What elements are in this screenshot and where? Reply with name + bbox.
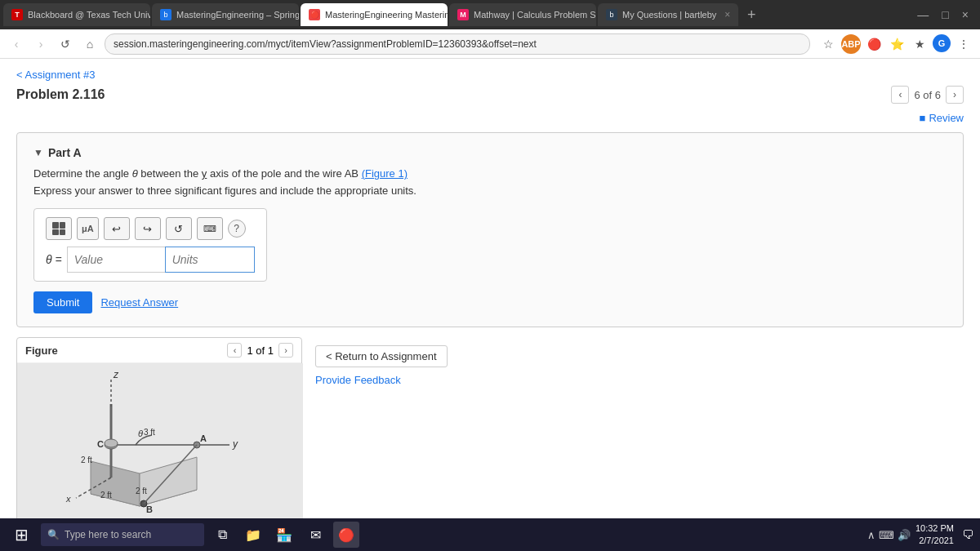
mu-tool-button[interactable]: μΑ: [77, 217, 99, 240]
answer-input-row: θ =: [46, 247, 255, 273]
taskbar-store[interactable]: 🏪: [271, 522, 297, 548]
tab-mastering1-label: MasteringEngineering – Spring 2: [176, 10, 299, 20]
refresh-button[interactable]: ↺: [166, 217, 192, 240]
prev-problem-button[interactable]: ‹: [891, 86, 909, 104]
close-button[interactable]: ×: [957, 7, 973, 23]
abp-icon[interactable]: ABP: [841, 34, 861, 54]
taskbar-chrome[interactable]: 🔴: [333, 522, 359, 548]
tab-bartleby-close[interactable]: ×: [724, 9, 730, 20]
value-input[interactable]: [67, 247, 165, 273]
button-row: Submit Request Answer: [33, 291, 947, 313]
figure-image: z y C A B: [17, 363, 301, 518]
new-tab-button[interactable]: +: [740, 3, 763, 26]
start-button[interactable]: ⊞: [7, 520, 36, 549]
answer-box: μΑ ↩ ↪ ↺ ⌨ ? θ =: [33, 208, 267, 282]
problem-description: Determine the angle θ between the y axis…: [33, 167, 947, 180]
figure-panel: Figure ‹ 1 of 1 ›: [16, 337, 302, 518]
review-label: Review: [929, 112, 964, 124]
units-input[interactable]: [165, 247, 255, 273]
tab-mastering1[interactable]: b MasteringEngineering – Spring 2 ×: [152, 3, 299, 26]
page-content: < Assignment #3 Problem 2.116 ‹ 6 of 6 ›…: [0, 59, 980, 518]
menu-icon[interactable]: ⋮: [954, 34, 973, 54]
tab-mastering2[interactable]: 🔴 MasteringEngineering Mastering ×: [301, 3, 448, 26]
taskbar-time: 10:32 PM 2/7/2021: [915, 522, 954, 548]
tray-up-icon[interactable]: ∧: [867, 529, 875, 541]
figure-next-button[interactable]: ›: [278, 343, 293, 358]
taskbar-mail[interactable]: ✉: [302, 522, 328, 548]
description-text: Determine the angle θ between the y axis…: [33, 167, 362, 180]
search-bar[interactable]: 🔍 Type here to search: [41, 523, 204, 546]
return-assignment-button[interactable]: < Return to Assignment: [315, 345, 448, 367]
time-display: 10:32 PM: [915, 522, 954, 535]
restore-button[interactable]: □: [937, 7, 953, 23]
undo-button[interactable]: ↩: [104, 217, 130, 240]
submit-button[interactable]: Submit: [33, 291, 92, 313]
grid-tool-button[interactable]: [46, 217, 72, 240]
volume-icon[interactable]: 🔊: [898, 529, 911, 541]
figure-title: Figure: [25, 344, 58, 357]
home-button[interactable]: ⌂: [80, 34, 100, 54]
extension2-icon[interactable]: ⭐: [887, 34, 906, 54]
svg-text:2 ft: 2 ft: [136, 487, 147, 495]
taskbar: ⊞ 🔍 Type here to search ⧉ 📁 🏪 ✉ 🔴 ∧ ⌨ 🔊 …: [0, 518, 980, 551]
task-view-button[interactable]: ⧉: [209, 522, 235, 548]
google-account-icon[interactable]: G: [933, 34, 951, 52]
browser-chrome: T Blackboard @ Texas Tech Univer × b Mas…: [0, 0, 980, 59]
address-bar: ‹ › ↺ ⌂ ☆ ABP 🔴 ⭐ ★ G ⋮: [0, 29, 980, 59]
redo-button[interactable]: ↪: [135, 217, 161, 240]
figure-link[interactable]: (Figure 1): [362, 167, 408, 180]
search-icon: 🔍: [47, 529, 60, 540]
tab-blackboard[interactable]: T Blackboard @ Texas Tech Univer ×: [3, 3, 150, 26]
minimize-button[interactable]: —: [912, 7, 933, 23]
favicon-mathway: M: [457, 9, 469, 20]
problem-nav: ‹ 6 of 6 ›: [891, 86, 964, 104]
figure-and-links: Figure ‹ 1 of 1 ›: [16, 337, 964, 518]
tab-mathway[interactable]: M Mathway | Calculus Problem Sol ×: [449, 3, 596, 26]
extension1-icon[interactable]: 🔴: [864, 34, 884, 54]
favicon-mastering1: b: [160, 9, 172, 20]
theta-label: θ =: [46, 253, 62, 266]
figure-prev-button[interactable]: ‹: [227, 343, 242, 358]
keyboard-button[interactable]: ⌨: [197, 217, 223, 240]
system-tray: ∧ ⌨ 🔊: [867, 529, 911, 541]
assignment-back-link[interactable]: < Assignment #3: [16, 69, 964, 81]
clock: 10:32 PM 2/7/2021: [915, 522, 954, 548]
favicon-blackboard: T: [11, 9, 23, 20]
answer-toolbar: μΑ ↩ ↪ ↺ ⌨ ?: [46, 217, 255, 240]
instruction-text: Express your answer to three significant…: [33, 184, 947, 197]
extension3-icon[interactable]: ★: [910, 34, 929, 54]
figure-svg: z y C A B: [17, 363, 303, 518]
next-problem-button[interactable]: ›: [946, 86, 964, 104]
search-text: Type here to search: [65, 529, 151, 540]
back-button[interactable]: ‹: [7, 34, 26, 54]
forward-button[interactable]: ›: [31, 34, 51, 54]
notification-icon[interactable]: 🗨: [962, 528, 973, 541]
favicon-bartleby: b: [606, 9, 617, 20]
problem-title: Problem 2.116: [16, 87, 105, 102]
review-link[interactable]: ■ Review: [16, 112, 964, 124]
figure-nav-count: 1 of 1: [247, 344, 274, 357]
tab-blackboard-label: Blackboard @ Texas Tech Univer: [28, 10, 150, 20]
favicon-mastering2: 🔴: [309, 9, 320, 20]
reload-button[interactable]: ↺: [56, 34, 75, 54]
problem-count: 6 of 6: [914, 89, 941, 101]
taskbar-file-explorer[interactable]: 📁: [240, 522, 266, 548]
figure-nav: ‹ 1 of 1 ›: [227, 343, 293, 358]
action-links: < Return to Assignment Provide Feedback: [315, 337, 448, 386]
part-arrow-icon: ▼: [33, 147, 43, 158]
help-button[interactable]: ?: [228, 220, 246, 238]
tab-bartleby[interactable]: b My Questions | bartleby ×: [598, 3, 738, 26]
figure-header: Figure ‹ 1 of 1 ›: [17, 338, 301, 363]
svg-text:z: z: [113, 369, 119, 380]
request-answer-link[interactable]: Request Answer: [100, 296, 178, 309]
svg-text:2 ft: 2 ft: [81, 455, 92, 464]
part-header: ▼ Part A: [33, 146, 947, 159]
svg-text:y: y: [232, 438, 238, 450]
address-input[interactable]: [105, 33, 810, 55]
bookmark-icon[interactable]: ☆: [818, 34, 838, 54]
review-icon: ■: [920, 112, 926, 124]
provide-feedback-link[interactable]: Provide Feedback: [315, 374, 448, 386]
tab-mathway-label: Mathway | Calculus Problem Sol: [474, 10, 596, 20]
grid-icon: [52, 222, 65, 235]
keyboard-layout-icon[interactable]: ⌨: [879, 529, 894, 541]
